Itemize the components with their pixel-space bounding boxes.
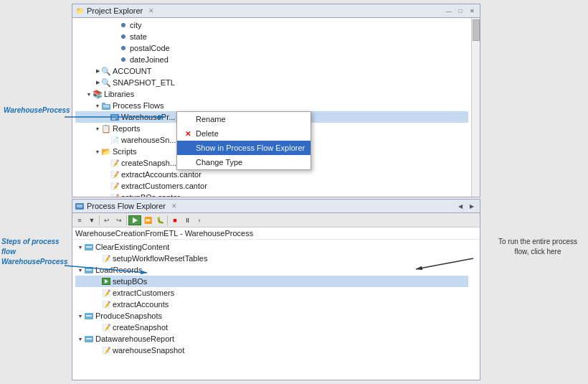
tree-arrow-warehousepr — [103, 113, 110, 121]
pfe-tb-pause[interactable]: ⏸ — [181, 215, 193, 226]
process-flow-explorer-panel: Process Flow Explorer ✕ ◀ ▶ ≡ ▼ ↩ ↪ — [72, 199, 480, 380]
pfe-tb-debug[interactable]: 🐛 — [154, 215, 166, 226]
tree-arrow-createsnapsh — [103, 159, 110, 167]
ctx-rename[interactable]: Rename — [177, 112, 310, 126]
panel-title-row: 📁 Project Explorer ✕ — [75, 6, 154, 15]
pfe-item-loadrecords[interactable]: ▼ LoadRecords — [75, 264, 468, 276]
pfe-arrow-producesnapshots: ▼ — [77, 312, 84, 319]
tree-arrow-processflows: ▼ — [94, 102, 101, 109]
pfe-item-clearexisting[interactable]: ▼ ClearExistingContent — [75, 241, 468, 253]
tree-label-libraries: Libraries — [104, 90, 134, 98]
tree-label-reports: Reports — [113, 124, 141, 133]
pfe-expand-btn[interactable]: ▶ — [467, 201, 477, 211]
maximize-btn[interactable]: □ — [455, 6, 465, 16]
pfe-tb-undo[interactable]: ↩ — [101, 215, 113, 226]
tree-label-state: state — [130, 32, 147, 41]
pfe-tb-redo[interactable]: ↪ — [113, 215, 125, 226]
minimize-btn[interactable]: — — [444, 6, 454, 16]
field-icon — [118, 44, 128, 52]
pfe-group-icon — [84, 243, 94, 251]
pfe-item-extractaccounts[interactable]: 📝 extractAccounts — [75, 299, 468, 310]
panel-controls: — □ ✕ — [444, 6, 477, 16]
context-menu: Rename ✕ Delete Show in Process Flow Exp… — [176, 111, 311, 170]
pfe-item-createsnapshot[interactable]: 📝 createSnapshot — [75, 322, 468, 333]
pfe-arrow-createsnapshot — [94, 324, 101, 331]
main-container: WarehouseProcess Steps of process flow W… — [0, 0, 588, 384]
tree-arrow-warehousesn — [103, 136, 110, 144]
tree-label-setupbos: setupBOs.cantor — [121, 193, 180, 197]
pfe-label-warehousesnapshot: warehouseSnapshot — [113, 346, 184, 355]
delete-icon: ✕ — [183, 128, 193, 139]
ctx-change-type[interactable]: Change Type — [177, 155, 310, 169]
pfe-arrow-warehousesnapshot — [94, 347, 101, 354]
tree-arrow-snapshot: ▶ — [94, 79, 101, 86]
panel-tab-marker: ✕ — [148, 7, 154, 14]
tree-item-state[interactable]: state — [75, 31, 468, 42]
pfe-tree: ▼ ClearExistingContent — [72, 240, 480, 380]
pfe-label-loadrecords: LoadRecords — [95, 266, 142, 274]
scrollbar-thumb[interactable] — [473, 19, 480, 41]
pfe-tb-more[interactable]: › — [194, 215, 205, 226]
pfe-arrow-setupworkflow — [94, 255, 101, 262]
pfe-item-setupbos[interactable]: setupBOs — [75, 276, 468, 287]
tree-label-account: ACCOUNT — [113, 67, 151, 75]
pfe-label-extractaccounts: extractAccounts — [113, 300, 169, 309]
folder-icon-snapshot: 🔍 — [101, 78, 111, 87]
pfe-arrow-loadrecords: ▼ — [77, 266, 84, 273]
scrollbar[interactable] — [471, 18, 480, 197]
pfe-run-step-icon — [101, 277, 111, 286]
pfe-arrow-extractaccounts — [94, 301, 101, 308]
tree-arrow-postalcode — [111, 45, 118, 52]
pfe-label-extractcustomers: extractCustomers — [113, 289, 174, 297]
pfe-item-datawarehouse[interactable]: ▼ DatawarehouseReport — [75, 333, 468, 345]
script-item-icon2: 📝 — [110, 170, 120, 179]
ctx-change-type-label: Change Type — [196, 158, 242, 167]
pfe-tb-btn1[interactable]: ≡ — [74, 215, 85, 226]
tree-item-datejoined[interactable]: dateJoined — [75, 54, 468, 65]
pfe-item-producesnapshots[interactable]: ▼ ProduceSnapshots — [75, 310, 468, 322]
tree-arrow-account: ▶ — [94, 67, 101, 75]
pfe-group-icon3 — [84, 312, 94, 320]
pfe-item-setupworkflow[interactable]: 📝 setupWorkflowResetTables — [75, 253, 468, 264]
tree-item-extractaccounts[interactable]: 📝 extractAccounts.cantor — [75, 169, 468, 180]
tree-item-extractcustomers[interactable]: 📝 extractCustomers.cantor — [75, 180, 468, 192]
ctx-show-in-pfe-label: Show in Process Flow Explorer — [196, 144, 305, 152]
tree-item-postalcode[interactable]: postalCode — [75, 42, 468, 54]
pfe-tb-btn2[interactable]: ▼ — [86, 215, 98, 226]
script-item-icon4: 📝 — [110, 193, 120, 197]
tree-label-snapshot: SNAPSHOT_ETL — [113, 78, 175, 87]
pfe-step-icon2: 📝 — [101, 289, 111, 297]
close-btn[interactable]: ✕ — [467, 6, 477, 16]
pfe-arrow-clear: ▼ — [77, 243, 84, 250]
tree-arrow-reports: ▼ — [94, 125, 101, 132]
pfe-tb-stop[interactable]: ■ — [169, 215, 181, 226]
tree-arrow-libraries: ▼ — [85, 90, 93, 98]
show-in-pfe-icon — [183, 143, 193, 153]
field-icon — [118, 32, 128, 41]
pfe-step-icon3: 📝 — [101, 300, 111, 309]
ctx-show-in-pfe[interactable]: Show in Process Flow Explorer — [177, 141, 310, 155]
right-annotations: To run the entire process flow, click he… — [480, 0, 588, 384]
tree-item-processflows[interactable]: ▼ Process Flows — [75, 100, 468, 111]
svg-rect-6 — [102, 103, 105, 105]
tree-item-libraries[interactable]: ▼ 📚 Libraries — [75, 88, 468, 100]
pfe-tb-step[interactable]: ⏩ — [142, 215, 153, 226]
scripts-folder-icon: 📂 — [101, 147, 111, 156]
tree-item-account[interactable]: ▶ 🔍 ACCOUNT — [75, 65, 468, 77]
ctx-delete[interactable]: ✕ Delete — [177, 126, 310, 141]
pfe-item-warehousesnapshot[interactable]: 📝 warehouseSnapshot — [75, 345, 468, 356]
tree-label-postalcode: postalCode — [130, 44, 170, 52]
pfe-minimize-btn[interactable]: ◀ — [455, 201, 465, 211]
run-entire-flow-button[interactable] — [128, 215, 141, 225]
tree-item-snapshot[interactable]: ▶ 🔍 SNAPSHOT_ETL — [75, 77, 468, 88]
tree-item-setupbos[interactable]: 📝 setupBOs.cantor — [75, 192, 468, 197]
ctx-rename-label: Rename — [196, 115, 226, 123]
pfe-item-extractcustomers[interactable]: 📝 extractCustomers — [75, 287, 468, 299]
pfe-header: Process Flow Explorer ✕ ◀ ▶ — [72, 200, 480, 213]
tree-arrow-state — [111, 33, 118, 40]
report-item-icon: 📄 — [110, 136, 120, 144]
pfe-step-icon: 📝 — [101, 254, 111, 263]
project-explorer-tree-area: city state — [72, 18, 480, 197]
tb-separator1 — [99, 215, 100, 225]
tree-item-city[interactable]: city — [75, 19, 468, 31]
